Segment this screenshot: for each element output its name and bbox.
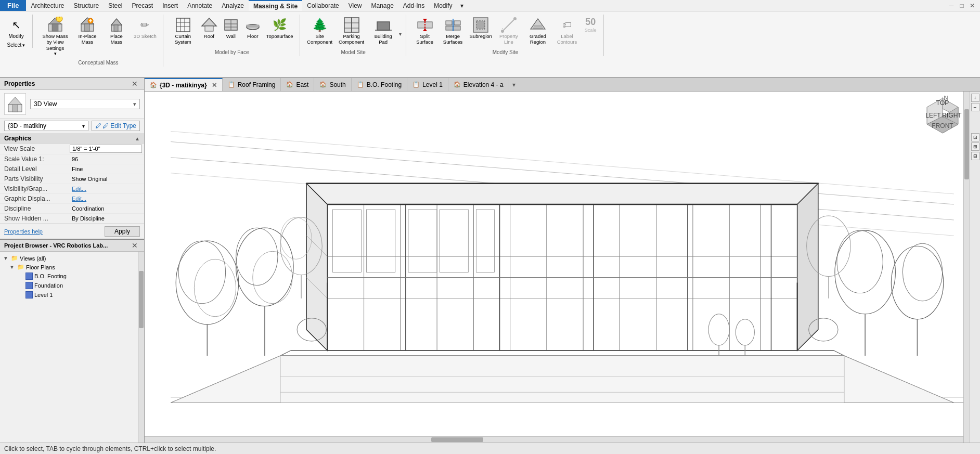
svg-rect-33: [377, 22, 390, 30]
tab-elevation-4a[interactable]: 🏠 Elevation 4 - a: [448, 78, 509, 91]
edit-type-button[interactable]: 🖊🖊 Edit Type: [92, 121, 140, 131]
view-scale-input[interactable]: [70, 145, 142, 153]
graphic-display-edit-link[interactable]: Edit...: [72, 196, 86, 202]
menu-analyze[interactable]: Analyze: [217, 0, 249, 11]
select-dropdown[interactable]: Select▾: [7, 42, 25, 48]
menu-precast[interactable]: Precast: [127, 0, 158, 11]
label-contours-button[interactable]: 🏷 Label Contours: [553, 15, 581, 47]
modify-site-group-label: Modify Site: [493, 49, 518, 55]
tab-roof-framing[interactable]: 📋 Roof Framing: [223, 78, 281, 91]
menu-collaborate[interactable]: Collaborate: [302, 0, 343, 11]
curtain-system-button[interactable]: Curtain System: [169, 15, 198, 47]
view-fit-btn[interactable]: ⊡: [971, 133, 979, 141]
view-cube[interactable]: TOP RIGHT LEFT FRONT N: [922, 96, 963, 137]
svg-rect-54: [12, 105, 18, 112]
menu-architecture[interactable]: Architecture: [26, 0, 69, 11]
expand-views-all[interactable]: ▼: [3, 255, 9, 261]
tree-item-bo-footing[interactable]: B.O. Footing: [0, 271, 144, 281]
tree-item-views-all[interactable]: ▼ 📁 Views (all): [0, 254, 144, 263]
svg-text:N: N: [944, 96, 948, 101]
view-zoom-in-btn[interactable]: +: [971, 94, 979, 102]
graphics-section-header: Graphics ▲: [0, 134, 144, 144]
apply-button[interactable]: Apply: [105, 226, 140, 237]
tree-item-foundation[interactable]: Foundation: [0, 281, 144, 290]
svg-text:FRONT: FRONT: [932, 122, 953, 129]
view-name-dropdown[interactable]: {3D - matikiny ▾: [4, 121, 88, 131]
properties-help-link[interactable]: Properties help: [4, 228, 43, 235]
in-place-mass-button[interactable]: In-Place Mass: [73, 15, 101, 47]
menu-insert[interactable]: Insert: [158, 0, 183, 11]
properties-type-name: 3D View: [34, 100, 57, 108]
subregion-button[interactable]: Subregion: [468, 15, 494, 41]
prop-row-detail-level: Detail Level Fine: [0, 164, 144, 174]
conceptual-mass-group-label: Conceptual Mass: [78, 60, 118, 66]
tree-item-level-1[interactable]: Level 1: [0, 290, 144, 300]
visibility-graphics-edit-link[interactable]: Edit...: [72, 186, 86, 192]
menu-view[interactable]: View: [344, 0, 367, 11]
window-close-btn[interactable]: ✕: [968, 1, 977, 10]
menu-manage[interactable]: Manage: [366, 0, 398, 11]
svg-marker-12: [111, 19, 122, 25]
file-menu-button[interactable]: File: [0, 0, 26, 11]
properties-type-dropdown-arrow[interactable]: ▾: [133, 101, 136, 108]
building-pad-button[interactable]: Building Pad: [369, 15, 398, 47]
tabs-overflow-arrow[interactable]: ▾: [509, 78, 519, 91]
foundation-label: Foundation: [34, 282, 63, 289]
site-component-button[interactable]: 🌲 Site Component: [305, 15, 334, 47]
building-3d-view: [145, 92, 980, 443]
tab-south[interactable]: 🏠 South: [314, 78, 351, 91]
view-zoom-out-btn[interactable]: −: [971, 103, 979, 111]
prop-row-scale-value: Scale Value 1: 96: [0, 154, 144, 164]
roof-button[interactable]: Roof: [199, 15, 220, 41]
svg-marker-90: [171, 356, 954, 403]
tab-3d-matikinya[interactable]: 🏠 {3D - matikinya} ✕: [145, 78, 223, 91]
tab-level-1[interactable]: 📋 Level 1: [407, 78, 448, 91]
wall-button[interactable]: Wall: [221, 15, 241, 41]
project-browser-panel: Project Browser - VRC Robotics Lab... ✕ …: [0, 240, 144, 443]
expand-floor-plans[interactable]: ▼: [9, 264, 16, 270]
svg-marker-37: [423, 19, 427, 22]
merge-surfaces-button[interactable]: Merge Surfaces: [440, 15, 467, 47]
svg-marker-67: [306, 184, 818, 204]
menu-addins[interactable]: Add-Ins: [398, 0, 429, 11]
floor-button[interactable]: Floor: [242, 15, 263, 41]
property-line-button[interactable]: Property Line: [495, 15, 522, 47]
menu-annotate[interactable]: Annotate: [183, 0, 217, 11]
svg-marker-53: [8, 97, 22, 105]
show-mass-button[interactable]: Show Mass by View Settings ▾: [38, 15, 72, 58]
svg-rect-13: [114, 25, 118, 31]
graphics-section-collapse[interactable]: ▲: [135, 136, 140, 141]
ribbon-model-by-face-group: Curtain System Roof: [164, 15, 300, 56]
svg-rect-27: [344, 18, 352, 32]
svg-rect-14: [176, 18, 190, 32]
view-section-btn[interactable]: ⊟: [971, 152, 979, 160]
3d-sketch-button[interactable]: ✏ 3D Sketch: [132, 15, 159, 41]
place-mass-button[interactable]: Place Mass: [102, 15, 131, 47]
split-surface-button[interactable]: Split Surface: [411, 15, 439, 47]
svg-marker-38: [423, 28, 427, 31]
window-maximize-btn[interactable]: □: [957, 1, 966, 10]
svg-line-45: [502, 19, 515, 31]
properties-close-btn[interactable]: ✕: [130, 80, 140, 88]
project-browser-close-btn[interactable]: ✕: [130, 241, 140, 250]
menu-dropdown-arrow[interactable]: ▾: [457, 0, 467, 11]
modify-button[interactable]: ↖ Modify: [4, 15, 28, 41]
graded-region-button[interactable]: Graded Region: [523, 15, 552, 47]
properties-title: Properties: [4, 80, 35, 87]
svg-rect-2: [52, 24, 58, 31]
toposurface-button[interactable]: 🌿 Toposurface: [264, 15, 295, 41]
window-minimize-btn[interactable]: ─: [947, 1, 956, 10]
menu-steel[interactable]: Steel: [104, 0, 127, 11]
tab-bo-footing[interactable]: 📋 B.O. Footing: [352, 78, 407, 91]
model-site-expand-arrow[interactable]: ▾: [399, 31, 402, 47]
menu-structure[interactable]: Structure: [69, 0, 104, 11]
menu-modify[interactable]: Modify: [429, 0, 457, 11]
project-browser-title: Project Browser - VRC Robotics Lab...: [4, 242, 108, 249]
parking-component-button[interactable]: Parking Component: [336, 15, 368, 47]
tab-east[interactable]: 🏠 East: [281, 78, 314, 91]
tab-3d-close[interactable]: ✕: [212, 82, 217, 89]
menu-massing-site[interactable]: Massing & Site: [249, 0, 302, 11]
svg-rect-28: [352, 18, 359, 32]
tree-item-floor-plans[interactable]: ▼ 📁 Floor Plans: [0, 263, 144, 271]
view-3d-btn[interactable]: ⊞: [971, 142, 979, 151]
